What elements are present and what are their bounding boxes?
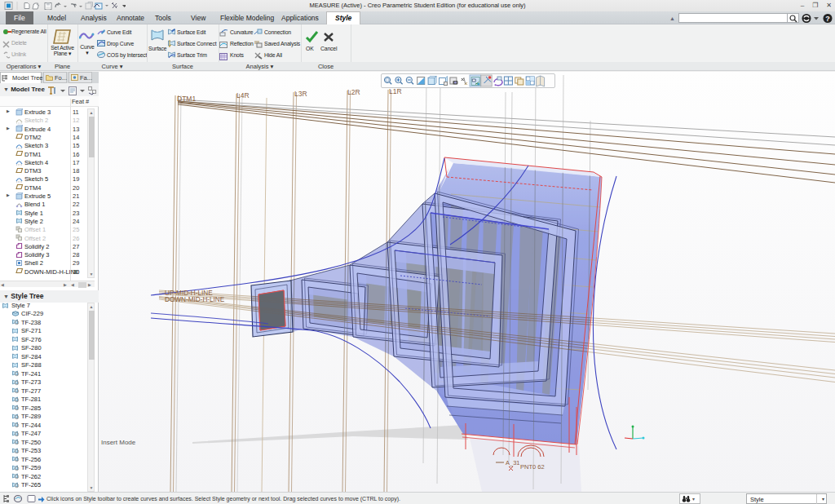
svg-text:L3R: L3R	[294, 90, 307, 98]
svg-text:?: ?	[825, 14, 830, 22]
svg-text:Insert Mode: Insert Mode	[101, 439, 136, 446]
svg-text:L2R: L2R	[347, 88, 360, 96]
svg-text:PNT0 62: PNT0 62	[520, 463, 545, 471]
svg-text:A_31: A_31	[506, 459, 520, 466]
svg-text:L1R: L1R	[389, 87, 402, 95]
svg-text:DOWN-MID-H-LINE: DOWN-MID-H-LINE	[165, 296, 225, 303]
svg-text:DTM1: DTM1	[177, 95, 196, 103]
svg-text:L4R: L4R	[236, 91, 250, 99]
